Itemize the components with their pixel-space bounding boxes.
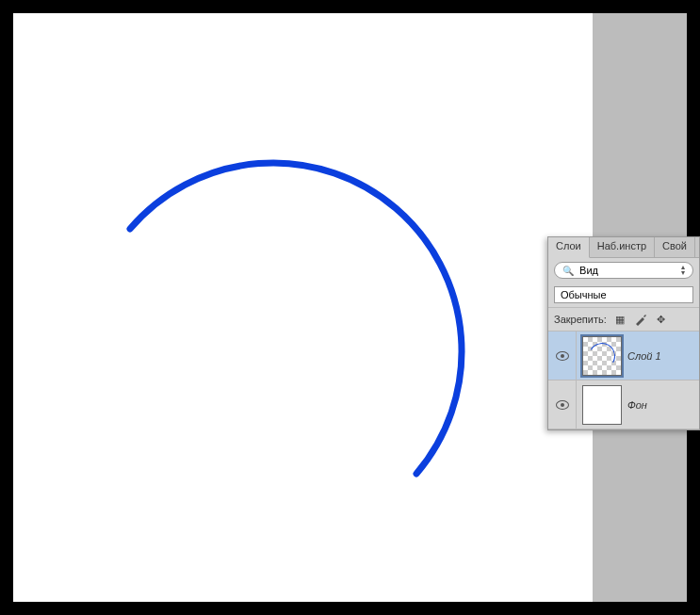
layer-name[interactable]: Фон [627, 399, 647, 411]
tab-layers[interactable]: Слои [548, 237, 590, 258]
blend-mode-value: Обычные [561, 289, 607, 300]
visibility-toggle[interactable] [548, 332, 577, 380]
tab-tool-preset[interactable]: Наб.инстр [590, 237, 655, 257]
layer-name[interactable]: Слой 1 [627, 350, 661, 362]
stepper-arrows-icon: ▴▾ [681, 265, 685, 276]
layer-thumbnail[interactable] [582, 336, 622, 376]
layers-list: Слой 1 Фон [548, 332, 699, 429]
eye-icon [556, 400, 569, 410]
layers-panel: Слои Наб.инстр Свой 🔍 Вид ▴▾ Обычные Зак… [547, 236, 700, 430]
arc-stroke [13, 13, 593, 602]
lock-transparency-icon[interactable]: ▦ [612, 312, 627, 327]
visibility-toggle[interactable] [548, 380, 577, 429]
blend-mode-row: Обычные [548, 283, 699, 307]
layer-thumbnail[interactable] [582, 385, 622, 425]
lock-row: Закрепить: ▦ ✥ [548, 307, 699, 332]
layer-row[interactable]: Слой 1 [548, 332, 699, 380]
lock-brush-icon[interactable] [633, 312, 648, 327]
lock-move-icon[interactable]: ✥ [654, 312, 669, 327]
eye-icon [556, 351, 569, 361]
thumb-white-fill [583, 386, 621, 424]
panel-tabs: Слои Наб.инстр Свой [548, 237, 699, 258]
blend-mode-select[interactable]: Обычные [554, 286, 693, 303]
tab-properties[interactable]: Свой [655, 237, 695, 257]
layer-filter-row: 🔍 Вид ▴▾ [548, 258, 699, 283]
layer-filter-select[interactable]: 🔍 Вид ▴▾ [554, 262, 693, 279]
search-icon: 🔍 [562, 266, 574, 276]
document-canvas[interactable] [13, 13, 593, 602]
filter-label: Вид [579, 265, 598, 276]
lock-label: Закрепить: [554, 314, 607, 325]
layer-row[interactable]: Фон [548, 380, 699, 429]
